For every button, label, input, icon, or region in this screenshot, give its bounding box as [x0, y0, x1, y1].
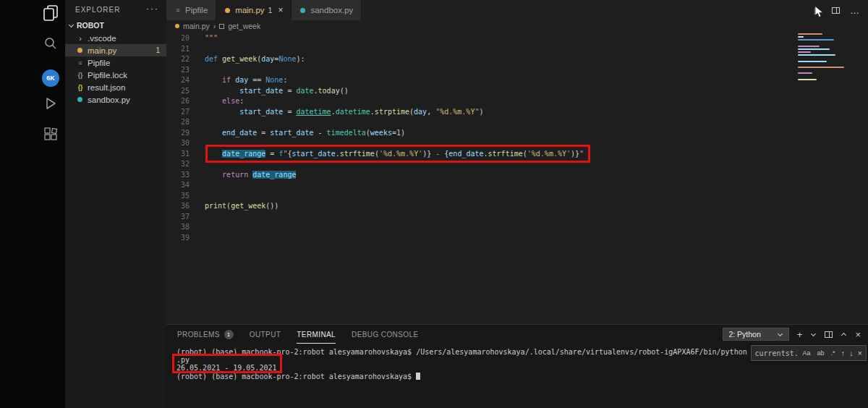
python-file-icon — [225, 8, 230, 13]
sidebar-header: EXPLORER ··· — [65, 0, 166, 19]
explorer-sidebar: EXPLORER ··· ROBOT ›.vscodemain.py1≡Pipf… — [65, 0, 166, 408]
code-line-24: 24 if day == None: — [166, 75, 868, 86]
code-line-22: 22def get_week(day=None): — [166, 54, 868, 65]
line-number: 30 — [166, 138, 190, 149]
line-number: 39 — [166, 233, 190, 244]
python-file-icon — [300, 8, 305, 13]
braces-icon: {} — [77, 72, 84, 79]
pipfile-icon: ≡ — [77, 59, 84, 67]
panel-tab-label: DEBUG CONSOLE — [352, 331, 418, 339]
problems-badge: 1 — [224, 330, 234, 339]
line-number: 25 — [166, 86, 190, 97]
explorer-item-main-py[interactable]: main.py1 — [65, 44, 166, 56]
terminal-shell-select[interactable]: 2: Python — [723, 328, 788, 341]
terminal-cursor — [416, 373, 420, 380]
extensions-icon[interactable] — [38, 127, 64, 144]
line-number: 37 — [166, 212, 190, 223]
line-number: 34 — [166, 180, 190, 191]
line-number: 29 — [166, 128, 190, 139]
tabs-container: ≡Pipfilemain.py1×sandbox.py — [166, 0, 362, 20]
minimap-line — [798, 46, 820, 47]
code-line-28: 28 — [166, 117, 868, 128]
breadcrumb-file[interactable]: main.py — [183, 22, 210, 30]
tab-label: sandbox.py — [310, 6, 353, 14]
code-line-36: 36print(get_week()) — [166, 201, 868, 212]
breadcrumb-symbol[interactable]: get_week — [228, 22, 260, 30]
minimap-line — [798, 79, 817, 80]
terminal-line: 26.05.2021 - 19.05.2021 — [176, 364, 868, 372]
tab-main-py[interactable]: main.py1× — [216, 0, 292, 20]
maximize-panel-icon[interactable] — [841, 332, 846, 337]
line-number: 31 — [166, 149, 190, 160]
close-panel-icon[interactable]: × — [855, 330, 861, 339]
file-label: Pipfile — [88, 59, 110, 67]
previous-match-icon[interactable]: ↑ — [841, 349, 846, 357]
workspace-name: ROBOT — [77, 21, 104, 30]
code-editor[interactable]: 20"""2122def get_week(day=None):2324 if … — [166, 32, 868, 324]
breadcrumb-separator: › — [213, 22, 216, 30]
minimap-line — [798, 51, 811, 53]
split-terminal-icon[interactable] — [825, 331, 833, 338]
vscode-window: { "colors": { "annotation_red": "#e21212… — [0, 0, 868, 408]
json-icon: {} — [77, 84, 84, 91]
code-line-37: 37 — [166, 212, 868, 223]
code-line-35: 35 — [166, 191, 868, 202]
line-number: 24 — [166, 75, 190, 86]
tab-sandbox-py[interactable]: sandbox.py — [292, 0, 362, 20]
whole-word-icon[interactable]: ab — [815, 348, 827, 358]
code-line-34: 34 — [166, 180, 868, 191]
panel-tab-label: TERMINAL — [297, 331, 336, 339]
panel-tab-terminal[interactable]: TERMINAL — [297, 325, 336, 344]
bottom-panel: PROBLEMS1OUTPUTTERMINALDEBUG CONSOLE 2: … — [166, 324, 868, 408]
chevron-down-icon — [69, 22, 74, 27]
line-number: 27 — [166, 107, 190, 118]
workspace-header[interactable]: ROBOT — [65, 19, 166, 32]
code-line-39: 39 — [166, 233, 868, 244]
next-match-icon[interactable]: ↓ — [849, 349, 854, 357]
split-editor-icon[interactable] — [832, 7, 840, 14]
terminal-dropdown-icon[interactable] — [811, 331, 816, 336]
line-number: 22 — [166, 54, 190, 65]
explorer-item-pipfile-lock[interactable]: {}Pipfile.lock — [65, 69, 166, 81]
minimap-line — [798, 61, 827, 62]
regex-icon[interactable]: .* — [829, 348, 838, 358]
code-line-20: 20""" — [166, 33, 868, 44]
code-text: if day == None: — [205, 75, 287, 86]
close-find-icon[interactable]: × — [858, 349, 862, 357]
explorer-item--vscode[interactable]: ›.vscode — [65, 32, 166, 44]
panel-tab-output[interactable]: OUTPUT — [250, 325, 281, 344]
panel-tab-debug-console[interactable]: DEBUG CONSOLE — [352, 325, 418, 344]
close-icon[interactable]: × — [278, 5, 283, 15]
explorer-title: EXPLORER — [75, 6, 120, 14]
line-number: 23 — [166, 65, 190, 76]
more-actions-icon[interactable]: ··· — [146, 6, 159, 12]
minimap[interactable] — [798, 33, 864, 82]
new-terminal-icon[interactable]: + — [797, 330, 803, 339]
panel-tab-problems[interactable]: PROBLEMS1 — [177, 325, 234, 344]
tab-modified-badge: 1 — [268, 6, 273, 14]
line-number: 21 — [166, 44, 190, 55]
code-text: else: — [205, 96, 244, 107]
explorer-item-sandbox-py[interactable]: sandbox.py — [65, 93, 166, 106]
panel-tab-label: PROBLEMS — [177, 331, 220, 339]
explorer-item-pipfile[interactable]: ≡Pipfile — [65, 56, 166, 69]
run-python-file-icon[interactable]: ▷ — [814, 6, 822, 15]
run-debug-icon[interactable] — [38, 97, 64, 113]
code-text: date_range = f"{start_date.strftime('%d.… — [205, 149, 584, 160]
explorer-icon[interactable] — [38, 4, 64, 25]
find-nav: ↑↓× — [841, 349, 862, 357]
source-control-badge[interactable]: 6K — [42, 69, 59, 87]
line-number: 28 — [166, 117, 190, 128]
line-number: 32 — [166, 159, 190, 170]
shell-select-value: 2: Python — [728, 330, 760, 339]
code-line-32: 32 — [166, 159, 868, 170]
search-icon[interactable] — [38, 36, 64, 54]
tab-pipfile[interactable]: ≡Pipfile — [166, 0, 216, 20]
code-line-29: 29 end_date = start_date - timedelta(wee… — [166, 128, 868, 139]
file-label: result.json — [88, 83, 125, 92]
match-case-icon[interactable]: Aa — [801, 348, 813, 358]
find-input[interactable]: currentst... — [755, 349, 797, 357]
code-lines: 20"""2122def get_week(day=None):2324 if … — [166, 33, 868, 243]
editor-more-actions-icon[interactable]: … — [850, 6, 859, 15]
explorer-item-result-json[interactable]: {}result.json — [65, 81, 166, 93]
